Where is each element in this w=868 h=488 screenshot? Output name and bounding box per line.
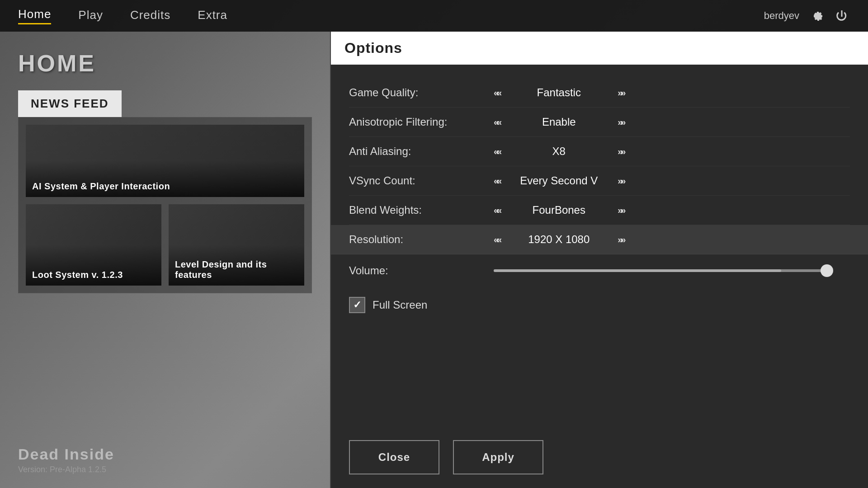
anti-alias-control: «« X8 »» xyxy=(494,145,850,158)
game-quality-prev[interactable]: «« xyxy=(494,88,500,98)
news-item-large[interactable]: AI System & Player Interaction xyxy=(26,125,304,197)
option-volume: Volume: xyxy=(349,254,850,287)
nav-item-credits[interactable]: Credits xyxy=(130,8,170,24)
vsync-value: Every Second V xyxy=(514,174,604,187)
blend-weights-value: FourBones xyxy=(514,204,604,216)
anti-alias-label: Anti Aliasing: xyxy=(349,145,494,158)
game-title: Dead Inside xyxy=(18,446,114,463)
blend-weights-control: «« FourBones »» xyxy=(494,204,850,216)
close-button[interactable]: Close xyxy=(349,440,439,474)
checkmark-icon: ✓ xyxy=(353,299,361,311)
anti-alias-prev[interactable]: «« xyxy=(494,146,500,157)
aniso-next[interactable]: »» xyxy=(618,117,624,127)
option-fullscreen: ✓ Full Screen xyxy=(349,287,850,323)
aniso-value: Enable xyxy=(514,116,604,128)
news-item-small-2[interactable]: Level Design and its features xyxy=(169,204,304,286)
blend-weights-next[interactable]: »» xyxy=(618,205,624,216)
news-row: Loot System v. 1.2.3 Level Design and it… xyxy=(26,204,304,286)
news-small-2-title: Level Design and its features xyxy=(175,259,304,280)
anti-alias-value: X8 xyxy=(514,145,604,158)
blend-weights-label: Blend Weights: xyxy=(349,204,494,216)
resolution-next[interactable]: »» xyxy=(618,235,624,245)
vsync-prev[interactable]: «« xyxy=(494,176,500,186)
volume-slider-container xyxy=(494,269,850,272)
volume-fill xyxy=(494,269,781,272)
resolution-value: 1920 X 1080 xyxy=(514,233,604,246)
nav-item-home[interactable]: Home xyxy=(18,7,51,24)
option-anti-alias: Anti Aliasing: «« X8 »» xyxy=(349,137,850,166)
volume-thumb[interactable] xyxy=(821,264,833,277)
resolution-label: Resolution: xyxy=(349,233,494,246)
nav-item-extra[interactable]: Extra xyxy=(198,8,227,24)
navbar: Home Play Credits Extra berdyev xyxy=(0,0,868,32)
option-game-quality: Game Quality: «« Fantastic »» xyxy=(349,78,850,108)
aniso-control: «« Enable »» xyxy=(494,116,850,128)
game-quality-control: «« Fantastic »» xyxy=(494,86,850,99)
anti-alias-next[interactable]: »» xyxy=(618,146,624,157)
bottom-left: Dead Inside Version: Pre-Alpha 1.2.5 xyxy=(18,446,114,474)
options-body: Game Quality: «« Fantastic »» Anisotropi… xyxy=(331,65,868,427)
main-content: HOME NEWS FEED AI System & Player Intera… xyxy=(0,32,868,488)
fullscreen-checkbox[interactable]: ✓ xyxy=(349,297,365,313)
nav-item-play[interactable]: Play xyxy=(78,8,103,24)
option-blend-weights: Blend Weights: «« FourBones »» xyxy=(349,196,850,225)
blend-weights-prev[interactable]: «« xyxy=(494,205,500,216)
fullscreen-label: Full Screen xyxy=(373,299,427,311)
game-version: Version: Pre-Alpha 1.2.5 xyxy=(18,465,114,474)
vsync-label: VSync Count: xyxy=(349,174,494,187)
game-quality-label: Game Quality: xyxy=(349,86,494,99)
options-panel: Options Game Quality: «« Fantastic »» An… xyxy=(330,32,868,488)
resolution-prev[interactable]: «« xyxy=(494,235,500,245)
news-large-title: AI System & Player Interaction xyxy=(32,181,170,192)
option-resolution: Resolution: «« 1920 X 1080 »» xyxy=(331,225,868,254)
news-feed-container: AI System & Player Interaction Loot Syst… xyxy=(18,117,312,293)
game-quality-next[interactable]: »» xyxy=(618,88,624,98)
option-vsync: VSync Count: «« Every Second V »» xyxy=(349,166,850,196)
vsync-next[interactable]: »» xyxy=(618,176,624,186)
username-label: berdyev xyxy=(764,10,799,22)
power-icon[interactable] xyxy=(834,8,850,24)
volume-track[interactable] xyxy=(494,269,832,272)
options-title: Options xyxy=(331,32,868,65)
home-title: HOME xyxy=(18,50,312,77)
apply-button[interactable]: Apply xyxy=(453,440,543,474)
news-feed-tab[interactable]: NEWS FEED xyxy=(18,90,122,117)
news-item-small-1[interactable]: Loot System v. 1.2.3 xyxy=(26,204,161,286)
nav-right: berdyev xyxy=(764,8,850,24)
aniso-label: Anisotropic Filtering: xyxy=(349,116,494,128)
news-small-1-title: Loot System v. 1.2.3 xyxy=(32,270,123,280)
aniso-prev[interactable]: «« xyxy=(494,117,500,127)
left-panel: HOME NEWS FEED AI System & Player Intera… xyxy=(0,32,330,488)
settings-icon[interactable] xyxy=(808,8,825,24)
nav-items: Home Play Credits Extra xyxy=(18,7,764,24)
vsync-control: «« Every Second V »» xyxy=(494,174,850,187)
game-quality-value: Fantastic xyxy=(514,86,604,99)
options-footer: Close Apply xyxy=(331,427,868,488)
volume-label: Volume: xyxy=(349,264,494,277)
option-aniso: Anisotropic Filtering: «« Enable »» xyxy=(349,108,850,137)
resolution-control: «« 1920 X 1080 »» xyxy=(494,233,850,246)
